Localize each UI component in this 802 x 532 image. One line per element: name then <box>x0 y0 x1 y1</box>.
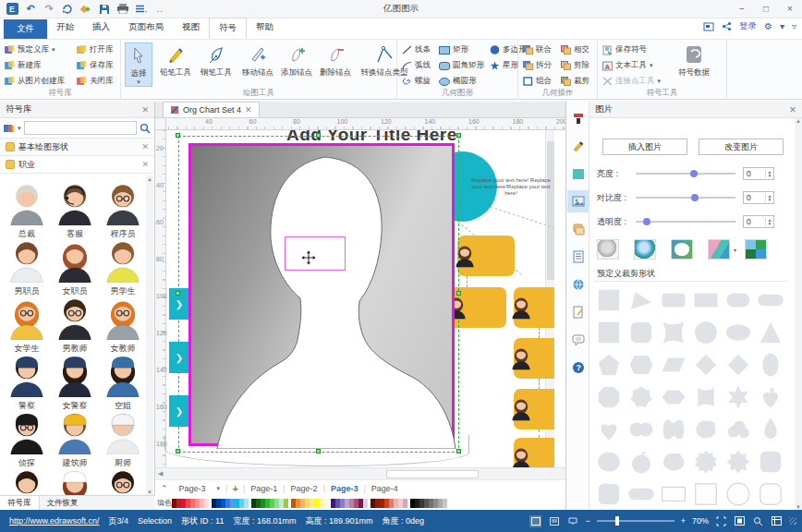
teal-chevron-shape[interactable]: ❯ <box>169 342 189 373</box>
crop-shape-rounded-square[interactable] <box>757 448 784 476</box>
symbol-男教师[interactable]: 男教师 <box>52 296 98 355</box>
login-button[interactable]: 登录 <box>739 20 757 32</box>
symbol-侦探[interactable]: 侦探 <box>4 410 50 469</box>
hyperlink-icon[interactable] <box>567 273 589 296</box>
effect-sphere[interactable] <box>634 239 656 260</box>
slider-value-box[interactable]: 0▲▼ <box>743 215 774 228</box>
tab-帮助[interactable]: 帮助 <box>247 18 283 39</box>
pan-window-icon[interactable] <box>771 515 783 527</box>
change-picture-button[interactable]: 改变图片 <box>699 139 784 155</box>
picture-panel-scrollbar[interactable]: ▲ ▼ <box>795 118 802 510</box>
crop-shape-rounded-square[interactable] <box>627 319 655 346</box>
symbol-grid-scrollbar[interactable]: ▲ ▼ <box>146 175 153 497</box>
crop-shape-round-blob[interactable] <box>595 448 623 476</box>
crop-shape-starburst[interactable] <box>692 448 720 476</box>
palette-color[interactable] <box>403 499 407 508</box>
resize-grip[interactable] <box>789 517 796 525</box>
crop-shape-scroll[interactable] <box>692 383 720 411</box>
ribbon-button-删除锚点[interactable]: 删除锚点 <box>317 42 354 87</box>
ribbon-item-剪除[interactable]: 剪除 <box>561 58 589 73</box>
ribbon-item-连接点工具[interactable]: 连接点工具▾ <box>602 74 661 89</box>
palette-color[interactable] <box>204 499 209 508</box>
effect-mosaic[interactable] <box>745 239 767 260</box>
crop-shape-diamond[interactable] <box>724 351 752 379</box>
selection-handle[interactable] <box>456 449 461 453</box>
teal-chevron-shape[interactable]: ❯ <box>169 395 189 427</box>
selection-handle[interactable] <box>176 291 180 296</box>
crop-shape-cloud[interactable] <box>724 416 752 443</box>
symbol-item[interactable] <box>100 467 146 497</box>
crop-shape-blob[interactable] <box>692 416 720 443</box>
format-paint-icon[interactable] <box>567 107 589 129</box>
ribbon-item-矩形[interactable]: 矩形 <box>439 42 468 57</box>
left-panel-tab-符号库[interactable]: 符号库 <box>0 496 40 510</box>
symbol-item[interactable] <box>4 467 50 497</box>
zoom-out-button[interactable]: − <box>585 516 589 526</box>
minimize-button[interactable]: − <box>730 0 754 18</box>
selection-handle[interactable] <box>456 133 461 138</box>
ribbon-button-选择[interactable]: 选择▾ <box>125 42 152 87</box>
left-panel-tab-文件恢复[interactable]: 文件恢复 <box>40 496 86 510</box>
slider-thumb[interactable] <box>643 218 650 225</box>
symbol-女职员[interactable]: 女职员 <box>52 238 98 297</box>
ribbon-item-联合[interactable]: 联合 <box>523 42 552 57</box>
ribbon-item-圆角矩形[interactable]: 圆角矩形 <box>439 58 484 73</box>
comment-icon[interactable] <box>567 329 589 351</box>
ribbon-item-拆分[interactable]: 拆分 <box>523 58 552 73</box>
crop-shape-wide-hexagon[interactable] <box>660 383 687 411</box>
ribbon-item-文本工具[interactable]: A文本工具▾ <box>602 58 653 73</box>
picture-icon[interactable] <box>567 190 589 212</box>
gear-icon[interactable]: ⚙ <box>764 21 772 31</box>
ribbon-item-组合[interactable]: 组合 <box>523 74 552 89</box>
close-icon[interactable]: ✕ <box>141 105 149 115</box>
symbol-女学生[interactable]: 女学生 <box>4 296 50 355</box>
selection-handle[interactable] <box>316 133 321 138</box>
crop-shape-square-outline[interactable] <box>692 480 720 508</box>
ribbon-item-预定义库[interactable]: 预定义库▾ <box>5 42 55 57</box>
effect-dropdown-icon[interactable]: ▾ <box>734 247 736 253</box>
file-menu-button[interactable]: 文件 <box>4 19 47 39</box>
crop-shape-rectangle[interactable] <box>692 286 720 314</box>
color-swatch-icon[interactable] <box>567 163 589 185</box>
effect-original[interactable] <box>597 239 619 260</box>
slider-track[interactable] <box>636 221 735 223</box>
crop-shape-pill[interactable] <box>757 286 784 314</box>
palette-color[interactable] <box>363 499 368 508</box>
library-dropdown-icon[interactable]: ▾ <box>18 125 21 132</box>
crop-shape-diamond[interactable] <box>692 351 720 379</box>
crop-shape-apple[interactable] <box>627 448 655 476</box>
ribbon-button-铅笔工具[interactable]: 铅笔工具 <box>156 42 195 87</box>
insert-picture-button[interactable]: 插入图片 <box>602 139 687 155</box>
close-icon[interactable]: ✕ <box>141 160 149 169</box>
crop-shape-double-heart[interactable] <box>757 383 784 411</box>
palette-color[interactable] <box>244 499 249 508</box>
page-selector[interactable]: Page-3 <box>174 484 212 493</box>
crop-shape-peanut[interactable] <box>627 416 655 443</box>
crop-shape-parallelogram[interactable] <box>660 351 687 379</box>
symbol-警察[interactable]: 警察 <box>4 353 50 412</box>
close-button[interactable]: × <box>778 0 802 18</box>
symbol-search-input[interactable] <box>24 121 137 135</box>
selection-handle[interactable] <box>316 449 321 453</box>
crop-shape-concave-square[interactable] <box>660 319 687 346</box>
symbol-男学生[interactable]: 男学生 <box>100 238 146 297</box>
selection-handle[interactable] <box>176 449 180 453</box>
crop-shape-oval[interactable] <box>757 351 784 379</box>
slider-track[interactable] <box>636 197 735 199</box>
slider-value-box[interactable]: 0▲▼ <box>743 191 774 204</box>
normal-view-icon[interactable] <box>529 515 541 527</box>
crop-shape-wide-blob[interactable] <box>660 448 687 476</box>
tab-开始[interactable]: 开始 <box>47 18 83 39</box>
crop-shape-cloud-rect[interactable] <box>660 416 687 443</box>
crop-shape-teardrop[interactable] <box>757 416 784 443</box>
gear-dropdown-icon[interactable]: ▾ <box>780 21 784 31</box>
ribbon-button-添加锚点[interactable]: 添加锚点 <box>278 42 315 87</box>
ribbon-item-椭圆形[interactable]: 椭圆形 <box>439 74 477 89</box>
crop-shape-square[interactable] <box>595 286 623 314</box>
zoom-slider[interactable] <box>597 520 674 522</box>
presentation-view-icon[interactable] <box>566 515 578 527</box>
crop-shape-circle-outline[interactable] <box>724 480 752 508</box>
close-icon[interactable]: ✕ <box>789 104 796 115</box>
symbol-女警察[interactable]: 女警察 <box>52 353 98 412</box>
tab-页面布局[interactable]: 页面布局 <box>119 18 173 39</box>
